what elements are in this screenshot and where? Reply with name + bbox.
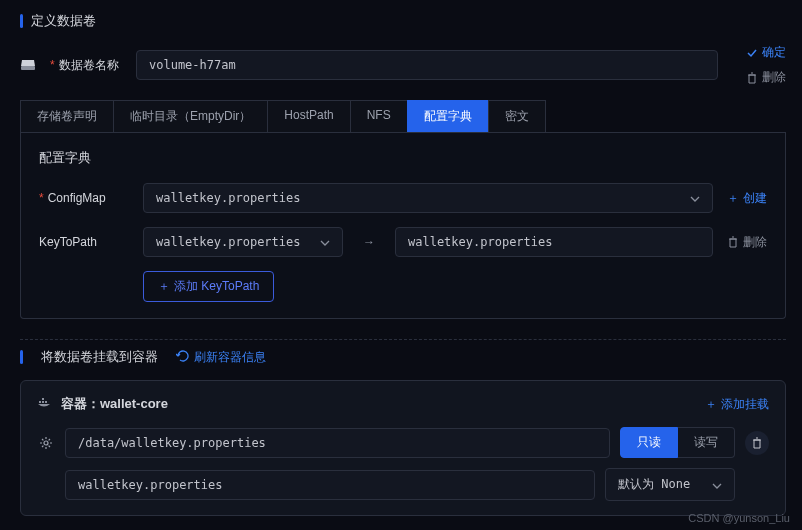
section-title: 定义数据卷 xyxy=(31,12,96,30)
svg-rect-1 xyxy=(39,401,41,403)
volume-name-input[interactable] xyxy=(136,50,718,80)
delete-mount-button[interactable] xyxy=(745,431,769,455)
create-configmap-link[interactable]: ＋创建 xyxy=(727,190,767,207)
subpath-input[interactable] xyxy=(65,470,595,500)
add-mount-link[interactable]: ＋添加挂载 xyxy=(705,396,769,413)
tab-hostpath[interactable]: HostPath xyxy=(267,100,350,132)
tab-configmap[interactable]: 配置字典 xyxy=(407,100,489,132)
tab-pvc[interactable]: 存储卷声明 xyxy=(20,100,114,132)
configmap-select[interactable]: walletkey.properties xyxy=(143,183,713,213)
section-define-volume: 定义数据卷 xyxy=(20,12,786,30)
readmode-segment: 只读 读写 xyxy=(620,427,735,458)
panel-title: 配置字典 xyxy=(39,149,767,167)
container-name: 容器：wallet-core xyxy=(37,395,168,413)
configmap-row: * ConfigMap walletkey.properties ＋创建 xyxy=(39,183,767,213)
docker-icon xyxy=(37,397,51,412)
section-title: 将数据卷挂载到容器 xyxy=(41,348,158,366)
gear-icon[interactable] xyxy=(37,436,55,450)
svg-rect-4 xyxy=(42,398,44,400)
delete-volume-link[interactable]: 删除 xyxy=(746,69,786,86)
tab-nfs[interactable]: NFS xyxy=(350,100,408,132)
subpath-row: 默认为 None xyxy=(37,468,769,501)
divider xyxy=(20,339,786,340)
delete-keytopath-link[interactable]: 删除 xyxy=(727,234,767,251)
refresh-icon xyxy=(176,350,190,365)
watermark: CSDN @yunson_Liu xyxy=(688,512,790,524)
svg-rect-0 xyxy=(21,66,35,70)
keytopath-path-input[interactable] xyxy=(395,227,713,257)
volume-type-tabs: 存储卷声明 临时目录（EmptyDir） HostPath NFS 配置字典 密… xyxy=(20,100,786,133)
svg-rect-3 xyxy=(45,401,47,403)
mount-path-input[interactable] xyxy=(65,428,610,458)
mount-path-row: 只读 读写 xyxy=(37,427,769,458)
svg-rect-2 xyxy=(42,401,44,403)
chevron-down-icon xyxy=(320,237,330,247)
disk-icon xyxy=(20,58,36,72)
section-mount-volume: 将数据卷挂载到容器 刷新容器信息 xyxy=(20,348,786,366)
confirm-link[interactable]: 确定 xyxy=(746,44,786,61)
keytopath-row: KeyToPath walletkey.properties → 删除 xyxy=(39,227,767,257)
keytopath-label: KeyToPath xyxy=(39,235,129,249)
refresh-containers-link[interactable]: 刷新容器信息 xyxy=(176,349,266,366)
arrow-icon: → xyxy=(357,235,381,249)
configmap-panel: 配置字典 * ConfigMap walletkey.properties ＋创… xyxy=(20,133,786,319)
readwrite-button[interactable]: 读写 xyxy=(678,427,735,458)
chevron-down-icon xyxy=(690,193,700,203)
chevron-down-icon xyxy=(712,480,722,490)
keytopath-key-select[interactable]: walletkey.properties xyxy=(143,227,343,257)
required-star: * xyxy=(50,58,55,72)
volume-name-label: * 数据卷名称 xyxy=(50,57,122,74)
add-keytopath-button[interactable]: ＋添加 KeyToPath xyxy=(143,271,274,302)
mount-mode-select[interactable]: 默认为 None xyxy=(605,468,735,501)
svg-point-5 xyxy=(44,441,48,445)
volume-name-row: * 数据卷名称 确定 删除 xyxy=(20,44,786,86)
tab-emptydir[interactable]: 临时目录（EmptyDir） xyxy=(113,100,268,132)
container-head: 容器：wallet-core ＋添加挂载 xyxy=(37,395,769,413)
container-block: 容器：wallet-core ＋添加挂载 只读 读写 默认为 None xyxy=(20,380,786,516)
configmap-label: * ConfigMap xyxy=(39,191,129,205)
tab-secret[interactable]: 密文 xyxy=(488,100,546,132)
readonly-button[interactable]: 只读 xyxy=(620,427,678,458)
add-keytopath-row: ＋添加 KeyToPath xyxy=(39,271,767,302)
